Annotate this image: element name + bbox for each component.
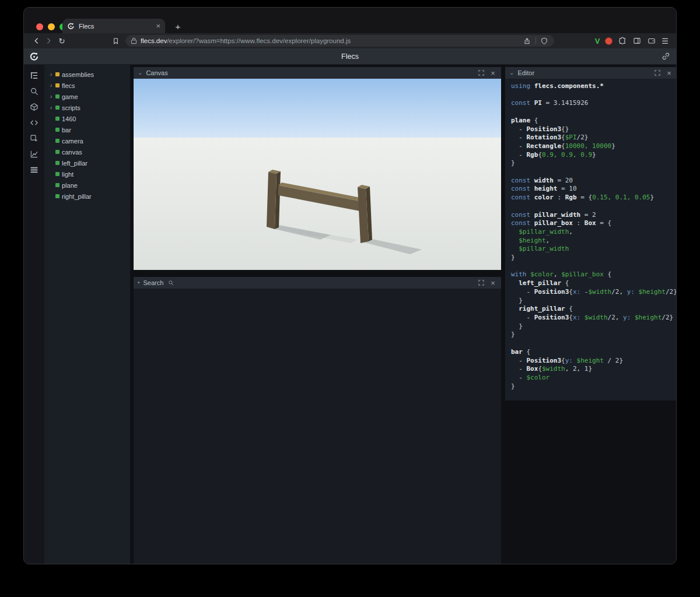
url-path: /explorer/?wasm=https://www.flecs.dev/ex…	[167, 37, 351, 44]
tree-expand-arrow-icon[interactable]: ›	[49, 71, 53, 78]
wallet-icon[interactable]	[647, 36, 656, 45]
back-icon[interactable]	[30, 34, 43, 47]
browser-menu-icon[interactable]: ☰	[662, 37, 668, 45]
new-tab-button[interactable]: +	[172, 20, 184, 32]
pill-divider	[536, 37, 536, 44]
tree-item-1460[interactable]: 1460	[44, 113, 130, 124]
canvas-panel-title: Canvas	[146, 69, 167, 76]
code-line: left_pillar {	[511, 279, 675, 288]
entity-color-square	[55, 72, 60, 76]
sky	[134, 79, 501, 139]
code-line: with $color, $pillar_box {	[511, 271, 675, 279]
close-panel-icon[interactable]: ×	[489, 69, 497, 77]
tree-item-label: right_pillar	[62, 193, 92, 200]
code-line: }	[511, 254, 675, 262]
url-bar[interactable]: flecs.dev/explorer/?wasm=https://www.fle…	[125, 35, 554, 47]
tree-item-assemblies[interactable]: ›assemblies	[44, 69, 130, 80]
close-window-button[interactable]	[36, 23, 43, 30]
tree-expand-arrow-icon[interactable]: ›	[49, 93, 53, 100]
canvas-panel-header: ⌄ Canvas ×	[134, 67, 501, 79]
share-link-icon[interactable]	[662, 52, 670, 61]
url-domain: flecs.dev	[141, 37, 167, 44]
code-line: const width = 20	[511, 177, 675, 185]
tree-item-light[interactable]: light	[44, 168, 130, 180]
flecs-logo-icon	[29, 51, 39, 61]
entity-color-square	[55, 161, 60, 165]
tree-item-right_pillar[interactable]: right_pillar	[44, 191, 130, 202]
tree-item-canvas[interactable]: canvas	[44, 146, 130, 157]
bookmark-icon[interactable]	[109, 34, 122, 47]
code-line	[511, 339, 675, 348]
tree-item-label: assemblies	[62, 71, 94, 78]
forward-icon[interactable]	[43, 34, 55, 47]
extensions-puzzle-icon[interactable]	[618, 36, 627, 45]
tree-item-scripts[interactable]: ›scripts	[44, 102, 130, 113]
search-panel-title: Search	[144, 279, 164, 286]
code-line: right_pillar {	[511, 305, 675, 314]
code-line: plane {	[511, 117, 675, 125]
tab-close-icon[interactable]: ×	[156, 22, 160, 30]
browser-navbar: ↻ flecs.dev/explorer/?wasm=https://www.f…	[24, 33, 676, 48]
shield-icon[interactable]	[540, 36, 549, 45]
search-icon[interactable]	[28, 86, 41, 96]
code-line	[511, 262, 675, 271]
search-panel-header: • Search ×	[134, 277, 501, 289]
entity-tree-icon[interactable]	[28, 71, 41, 80]
editor-panel-header: ⌄ Editor ×	[505, 67, 677, 79]
entity-color-square	[55, 106, 60, 110]
code-line: - Position3{y: $height / 2}	[511, 357, 675, 366]
tab-title: Flecs	[79, 23, 152, 30]
app-body: ›assemblies›flecs›game›scripts1460barcam…	[24, 65, 676, 564]
script-code-icon[interactable]	[28, 118, 41, 128]
fullscreen-icon[interactable]	[477, 279, 485, 287]
editor-code[interactable]: using flecs.components.* const PI = 3.14…	[505, 79, 677, 401]
commands-list-icon[interactable]	[28, 165, 41, 175]
collapse-chevron-icon[interactable]: ⌄	[138, 70, 142, 76]
fullscreen-icon[interactable]	[477, 69, 485, 77]
close-panel-icon[interactable]: ×	[489, 279, 497, 287]
tree-item-label: bar	[62, 127, 71, 134]
entities-cube-icon[interactable]	[28, 102, 41, 112]
inspect-cursor-icon[interactable]	[28, 134, 41, 143]
magnifier-icon	[168, 280, 174, 286]
reload-icon[interactable]: ↻	[55, 34, 68, 47]
tree-item-label: canvas	[62, 149, 82, 156]
fullscreen-icon[interactable]	[653, 69, 662, 77]
stats-chart-icon[interactable]	[28, 149, 41, 159]
tree-item-camera[interactable]: camera	[44, 135, 130, 146]
code-line: - Position3{}	[511, 125, 675, 134]
tree-item-label: light	[62, 171, 74, 178]
tab-strip: Flecs × +	[24, 8, 676, 33]
collapse-chevron-icon[interactable]: ⌄	[509, 70, 514, 76]
code-line: - Rotation3{$PI/2}	[511, 134, 675, 142]
tree-expand-arrow-icon[interactable]: ›	[49, 104, 53, 111]
extension-red-circle-icon[interactable]	[605, 37, 612, 45]
tree-expand-arrow-icon[interactable]: ›	[49, 82, 53, 89]
code-line	[511, 168, 675, 177]
share-icon[interactable]	[523, 36, 532, 45]
tree-item-plane[interactable]: plane	[44, 180, 130, 191]
tree-item-game[interactable]: ›game	[44, 91, 130, 102]
minimize-window-button[interactable]	[48, 23, 55, 30]
code-line: const height = 10	[511, 185, 675, 194]
search-panel: • Search ×	[134, 277, 501, 564]
tree-item-flecs[interactable]: ›flecs	[44, 80, 130, 91]
tree-item-label: camera	[62, 138, 83, 145]
code-line: - Position3{x: $width/2, y: $height/2}	[511, 314, 675, 322]
code-line: - Rectangle{10000, 10000}	[511, 142, 675, 151]
code-line: $height,	[511, 237, 675, 245]
main-area: ⌄ Canvas ×	[130, 65, 676, 564]
code-line: - Box{$width, 2, 1}	[511, 365, 675, 374]
scene-3d	[134, 79, 501, 270]
browser-tab[interactable]: Flecs ×	[62, 19, 165, 33]
close-panel-icon[interactable]: ×	[665, 69, 673, 77]
side-panel-icon[interactable]	[632, 36, 642, 45]
collapse-dot-icon[interactable]: •	[138, 280, 140, 286]
canvas-viewport[interactable]	[134, 79, 501, 270]
tree-item-bar[interactable]: bar	[44, 124, 130, 135]
code-line: const pillar_width = 2	[511, 211, 675, 220]
entity-color-square	[55, 128, 60, 132]
extension-v-icon[interactable]: V	[595, 37, 600, 45]
tree-item-left_pillar[interactable]: left_pillar	[44, 157, 130, 168]
entity-color-square	[55, 150, 60, 154]
